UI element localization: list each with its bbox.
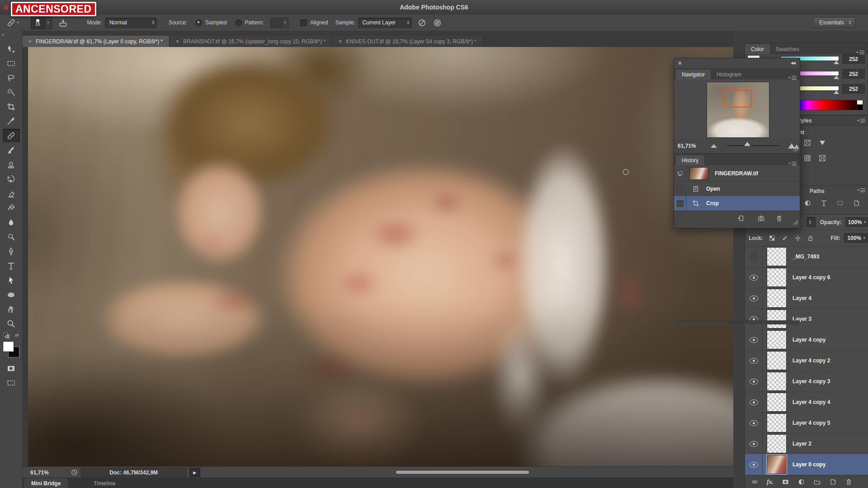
add-layer-mask-icon[interactable] bbox=[782, 478, 789, 486]
fill-path-icon[interactable] bbox=[804, 199, 811, 207]
document-tab-fingerdraw[interactable]: × FINGERDRAW.tif @ 61,7% (Layer 0 copy, … bbox=[22, 36, 170, 47]
red-slider-thumb[interactable] bbox=[834, 61, 839, 64]
tab-navigator[interactable]: Navigator bbox=[676, 70, 711, 80]
layer-thumbnail[interactable] bbox=[767, 351, 787, 370]
channel-mixer-button[interactable] bbox=[802, 153, 813, 163]
history-source-well[interactable] bbox=[674, 182, 686, 196]
layer-row[interactable]: Layer 3 bbox=[745, 309, 868, 330]
sampled-radio[interactable] bbox=[195, 19, 202, 26]
new-document-from-state-icon[interactable] bbox=[737, 215, 745, 222]
tool-lasso[interactable] bbox=[3, 71, 20, 84]
layer-thumbnail[interactable] bbox=[767, 330, 787, 349]
green-value[interactable]: 252 bbox=[842, 69, 865, 79]
screen-mode-button[interactable] bbox=[3, 376, 20, 389]
layer-thumbnail[interactable] bbox=[767, 434, 787, 453]
layer-thumbnail[interactable] bbox=[767, 372, 787, 391]
color-lookup-button[interactable] bbox=[816, 153, 828, 163]
lock-transparency-icon[interactable] bbox=[769, 235, 775, 242]
document-image[interactable] bbox=[28, 47, 733, 466]
visibility-toggle[interactable] bbox=[745, 371, 763, 392]
close-icon[interactable]: × bbox=[28, 38, 32, 45]
layer-row[interactable]: Layer 4 copy 4 bbox=[745, 392, 868, 413]
horizontal-scrollbar[interactable] bbox=[396, 471, 529, 474]
tool-magic-wand[interactable] bbox=[3, 85, 20, 99]
layer-row[interactable]: _MG_7493 bbox=[745, 246, 868, 267]
tab-timeline[interactable]: Timeline bbox=[94, 478, 115, 488]
tool-crop[interactable] bbox=[3, 100, 20, 113]
history-step-open[interactable]: Open bbox=[674, 182, 800, 197]
layer-thumbnail[interactable] bbox=[767, 413, 787, 432]
tool-pen[interactable] bbox=[3, 244, 20, 258]
history-step-crop-selected[interactable]: Crop bbox=[674, 196, 800, 211]
history-snapshot-row[interactable]: FINGERDRAW.tif bbox=[674, 165, 800, 182]
tab-swatches[interactable]: Swatches bbox=[770, 44, 805, 54]
visibility-toggle[interactable] bbox=[745, 267, 763, 288]
blue-value[interactable]: 252 bbox=[842, 84, 865, 94]
layer-thumbnail[interactable] bbox=[767, 289, 787, 308]
tool-history-brush[interactable] bbox=[3, 172, 20, 186]
layer-style-button[interactable]: fx. bbox=[767, 479, 774, 486]
slider-thumb[interactable] bbox=[744, 142, 750, 146]
collapse-icon[interactable]: ◀◀ bbox=[791, 61, 795, 65]
layer-row[interactable]: Layer 2 bbox=[745, 433, 868, 455]
snapshot-thumbnail[interactable] bbox=[689, 167, 708, 180]
tool-move[interactable] bbox=[3, 42, 20, 56]
tool-brush[interactable] bbox=[3, 143, 20, 157]
tool-rectangular-marquee[interactable] bbox=[3, 56, 20, 70]
document-size-readout[interactable]: Doc: 46,7M/342,9M bbox=[81, 468, 187, 477]
navigator-view-frame[interactable] bbox=[724, 90, 752, 108]
pattern-radio[interactable] bbox=[235, 19, 242, 26]
new-layer-icon[interactable] bbox=[829, 478, 837, 486]
tool-hand[interactable] bbox=[3, 302, 20, 316]
tool-zoom[interactable] bbox=[3, 317, 20, 330]
brush-preset-picker[interactable]: 16 bbox=[31, 16, 45, 29]
tab-histogram[interactable]: Histogram bbox=[711, 70, 747, 80]
panel-menu-icon[interactable]: ▾ bbox=[788, 162, 797, 165]
path-rect-icon[interactable] bbox=[836, 199, 844, 207]
foreground-color-swatch[interactable] bbox=[3, 342, 14, 352]
current-tool-chip[interactable]: ▾ bbox=[6, 18, 19, 28]
visibility-toggle[interactable] bbox=[745, 288, 763, 309]
layer-thumbnail[interactable] bbox=[767, 455, 787, 474]
green-slider-thumb[interactable] bbox=[834, 75, 839, 79]
toggle-brush-panel-button[interactable] bbox=[57, 17, 69, 28]
swap-colors-icon[interactable]: ⇄ bbox=[15, 333, 19, 338]
new-snapshot-camera-icon[interactable] bbox=[757, 215, 765, 222]
type-path-icon[interactable] bbox=[820, 199, 828, 207]
tool-path-selection[interactable] bbox=[3, 273, 20, 287]
navigator-thumbnail[interactable] bbox=[707, 82, 769, 138]
panel-drag-strip[interactable] bbox=[674, 320, 800, 324]
visibility-toggle[interactable] bbox=[745, 392, 763, 413]
close-icon[interactable]: ✕ bbox=[678, 60, 682, 66]
tool-clone-stamp[interactable] bbox=[3, 158, 20, 171]
link-layers-icon[interactable] bbox=[751, 478, 759, 486]
quick-mask-button[interactable] bbox=[3, 361, 20, 375]
mode-select[interactable]: Normal ▲▼ bbox=[105, 18, 157, 28]
tool-ellipse-shape[interactable] bbox=[3, 288, 20, 301]
tool-preset-dropdown-arrow-icon[interactable]: ▾ bbox=[17, 21, 19, 24]
pattern-picker-arrow[interactable]: ▾ bbox=[282, 18, 288, 28]
lock-all-icon[interactable] bbox=[807, 235, 814, 242]
zoom-level-field[interactable]: 61,71% bbox=[30, 469, 49, 476]
visibility-toggle[interactable] bbox=[745, 246, 763, 267]
tool-eyedropper[interactable] bbox=[3, 114, 20, 128]
pattern-swatch[interactable] bbox=[270, 18, 282, 28]
resize-grip[interactable] bbox=[793, 220, 798, 225]
document-tab-brainshot[interactable]: × BRAINSHOT.tif @ 16,7% (splatter_long c… bbox=[170, 36, 332, 47]
fill-value-box[interactable]: 100% ▾ bbox=[844, 233, 868, 243]
close-icon[interactable]: × bbox=[339, 38, 342, 45]
visibility-toggle[interactable] bbox=[745, 309, 763, 329]
opacity-value-box[interactable]: 100% ▾ bbox=[845, 217, 868, 227]
tool-spot-healing-brush[interactable] bbox=[3, 129, 20, 142]
new-path-icon[interactable] bbox=[853, 199, 860, 207]
layer-row[interactable]: Layer 4 copy 6 bbox=[745, 267, 868, 288]
blue-slider-thumb[interactable] bbox=[834, 90, 839, 94]
canvas-area[interactable] bbox=[22, 47, 733, 466]
tool-dodge[interactable] bbox=[3, 230, 20, 244]
resize-grip[interactable] bbox=[793, 147, 798, 151]
layer-thumbnail[interactable] bbox=[767, 393, 787, 412]
aligned-checkbox[interactable] bbox=[300, 19, 307, 26]
document-tab-knivesout[interactable]: × KNIVES OUT.tif @ 16,7% (Layer 54 copy … bbox=[332, 36, 483, 47]
layer-row[interactable]: Layer 4 copy 5 bbox=[745, 413, 868, 434]
red-value[interactable]: 252 bbox=[842, 54, 865, 64]
